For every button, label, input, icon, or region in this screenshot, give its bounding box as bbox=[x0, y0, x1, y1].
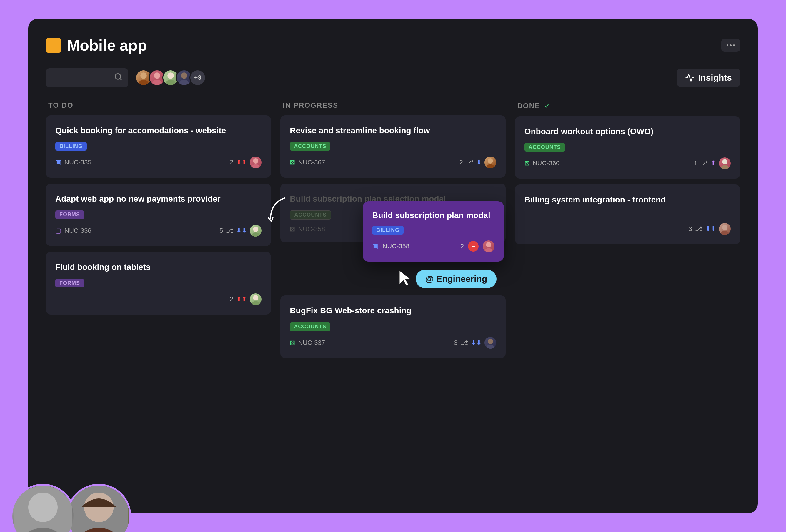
column-todo: TO DO Quick booking for accomodations - … bbox=[46, 101, 271, 364]
insights-button[interactable]: Insights bbox=[677, 69, 740, 87]
user-photo-1 bbox=[13, 486, 73, 532]
svg-point-9 bbox=[180, 80, 189, 85]
count: 2 bbox=[230, 296, 233, 303]
priority-icon: ⬇⬇ bbox=[706, 225, 716, 233]
col-header-todo: TO DO bbox=[46, 101, 271, 110]
card-nuc358-faded: Build subscription plan selection modal … bbox=[280, 184, 505, 242]
svg-point-13 bbox=[252, 232, 259, 236]
app-title-row: Mobile app bbox=[46, 37, 147, 54]
card-icon: ▢ bbox=[55, 227, 62, 234]
card-nuc337[interactable]: BugFix BG Web-store crashing ACCOUNTS ⊠ … bbox=[280, 296, 505, 358]
tooltip-title: Build subscription plan modal bbox=[372, 211, 494, 220]
priority-icon: ⬇⬇ bbox=[236, 227, 247, 234]
nuc-label: NUC-337 bbox=[298, 339, 325, 347]
count: 2 bbox=[230, 159, 233, 166]
nuc-id: ⊠ NUC-360 bbox=[525, 160, 690, 167]
tooltip-count: 2 bbox=[460, 242, 464, 250]
col-title-done: DONE bbox=[517, 102, 540, 110]
card-nuc367[interactable]: Revise and streamline booking flow ACCOU… bbox=[280, 115, 505, 178]
blocked-icon: − bbox=[468, 241, 479, 252]
svg-point-21 bbox=[488, 339, 493, 344]
card-billing-fe[interactable]: Billing system integration - frontend 3 … bbox=[515, 185, 740, 244]
card-tag: BILLING bbox=[55, 142, 87, 151]
svg-point-7 bbox=[166, 80, 175, 85]
card-tag: FORMS bbox=[55, 210, 84, 219]
card-tag: FORMS bbox=[55, 279, 84, 287]
kanban-board: TO DO Quick booking for accomodations - … bbox=[46, 101, 740, 364]
card-title: Billing system integration - frontend bbox=[525, 194, 731, 205]
count: 5 bbox=[219, 227, 223, 234]
dot3 bbox=[733, 44, 735, 46]
tooltip-icon: ▣ bbox=[372, 242, 378, 250]
user-photo-2 bbox=[68, 486, 130, 532]
card-footer: ⊠ NUC-337 3 ⎇ ⬇⬇ bbox=[290, 337, 496, 349]
svg-point-4 bbox=[154, 72, 160, 78]
card-meta: 1 ⎇ ⬆ bbox=[694, 157, 731, 169]
dot2 bbox=[730, 44, 732, 46]
svg-point-8 bbox=[181, 72, 187, 78]
card-avatar bbox=[250, 157, 261, 168]
more-menu-button[interactable] bbox=[721, 39, 740, 52]
card-footer: 2 ⬆⬆ bbox=[55, 293, 261, 305]
column-done: DONE ✓ Onboard workout options (OWO) ACC… bbox=[515, 101, 740, 364]
card-avatar bbox=[719, 223, 731, 235]
svg-point-19 bbox=[485, 248, 492, 252]
card-nuc335[interactable]: Quick booking for accomodations - websit… bbox=[46, 115, 271, 178]
card-title: Onboard workout options (OWO) bbox=[525, 125, 731, 137]
svg-point-25 bbox=[722, 225, 727, 230]
card-footer: ⊠ NUC-367 2 ⎇ ⬇ bbox=[290, 157, 496, 168]
done-checkmark: ✓ bbox=[544, 101, 551, 110]
nuc-label: NUC-336 bbox=[64, 227, 91, 234]
svg-point-5 bbox=[153, 80, 162, 85]
insights-label: Insights bbox=[698, 73, 732, 83]
svg-point-6 bbox=[167, 72, 174, 78]
svg-point-28 bbox=[28, 492, 57, 522]
bottom-user-1 bbox=[10, 484, 75, 532]
card-tag: ACCOUNTS bbox=[290, 142, 330, 151]
card-avatar bbox=[250, 293, 261, 305]
branch-icon: ⎇ bbox=[226, 227, 233, 234]
bottom-users bbox=[10, 484, 131, 532]
tooltip-tag: BILLING bbox=[372, 226, 403, 234]
col-header-done: DONE ✓ bbox=[515, 101, 740, 110]
engineering-mention: @ Engineering bbox=[416, 270, 496, 288]
branch-icon: ⎇ bbox=[466, 159, 473, 166]
nuc-label: NUC-335 bbox=[64, 159, 91, 166]
card-avatar bbox=[250, 225, 261, 236]
svg-point-11 bbox=[252, 164, 259, 168]
dot1 bbox=[726, 44, 729, 46]
card-fluid-booking[interactable]: Fluid booking on tablets FORMS 2 ⬆⬆ bbox=[46, 252, 271, 314]
card-icon: ⊠ bbox=[290, 159, 295, 166]
card-icon: ⊠ bbox=[290, 225, 295, 233]
insights-icon bbox=[685, 73, 695, 83]
svg-point-16 bbox=[488, 158, 493, 164]
card-tag: ACCOUNTS bbox=[525, 143, 565, 152]
card-title: Revise and streamline booking flow bbox=[290, 125, 496, 136]
count: 2 bbox=[459, 159, 463, 166]
column-in-progress: IN PROGRESS Revise and streamline bookin… bbox=[280, 101, 505, 364]
svg-marker-20 bbox=[399, 271, 410, 285]
avatar-more[interactable]: +3 bbox=[189, 69, 206, 86]
card-nuc360[interactable]: Onboard workout options (OWO) ACCOUNTS ⊠… bbox=[515, 116, 740, 179]
svg-point-12 bbox=[253, 227, 258, 232]
card-meta: 2 ⬆⬆ bbox=[230, 293, 261, 305]
col-header-in-progress: IN PROGRESS bbox=[280, 101, 505, 110]
search-icon bbox=[114, 73, 122, 83]
card-meta: 3 ⎇ ⬇⬇ bbox=[454, 337, 496, 349]
nuc-id: ⊠ NUC-367 bbox=[290, 159, 455, 166]
card-title: Quick booking for accomodations - websit… bbox=[55, 125, 261, 136]
cursor-area bbox=[398, 269, 413, 288]
card-tag: ACCOUNTS bbox=[290, 210, 331, 219]
count: 1 bbox=[694, 160, 697, 167]
card-nuc336[interactable]: Adapt web app no new payments provider F… bbox=[46, 184, 271, 246]
card-icon: ⊠ bbox=[290, 339, 295, 347]
branch-icon: ⎇ bbox=[700, 160, 708, 167]
app-header: Mobile app bbox=[46, 37, 740, 54]
app-frame: Mobile app bbox=[28, 19, 758, 513]
card-avatar bbox=[484, 157, 496, 168]
card-footer: ▢ NUC-336 5 ⎇ ⬇⬇ bbox=[55, 225, 261, 236]
svg-point-14 bbox=[253, 295, 258, 300]
tooltip-footer: ▣ NUC-358 2 − bbox=[372, 240, 494, 252]
search-box[interactable] bbox=[46, 68, 128, 87]
bottom-user-2 bbox=[67, 484, 131, 532]
